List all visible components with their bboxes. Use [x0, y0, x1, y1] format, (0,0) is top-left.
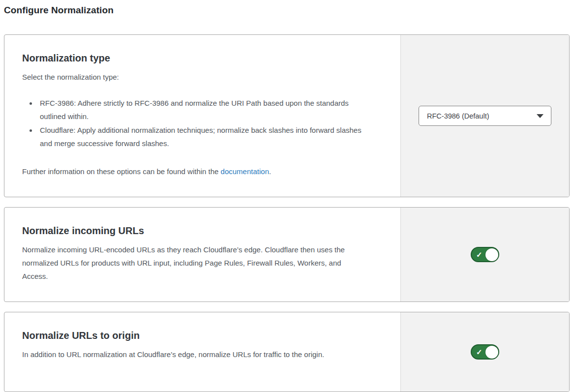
configure-normalization-page: Configure Normalization Normalization ty… — [0, 0, 574, 392]
normalize-urls-to-origin-control-panel: ✓ — [400, 312, 569, 392]
footer-text-suffix: . — [269, 167, 271, 176]
check-icon: ✓ — [476, 348, 483, 356]
list-item: Cloudflare: Apply additional normalizati… — [37, 123, 362, 150]
check-icon: ✓ — [476, 251, 483, 258]
normalization-type-options-list: RFC-3986: Adhere strictly to RFC-3986 an… — [22, 96, 381, 150]
card-normalize-urls-to-origin: Normalize URLs to origin In addition to … — [4, 312, 570, 392]
normalization-type-footer: Further information on these options can… — [22, 165, 381, 178]
chevron-down-icon — [537, 114, 544, 118]
normalization-type-heading: Normalization type — [22, 53, 381, 64]
normalize-urls-to-origin-toggle[interactable]: ✓ — [471, 344, 499, 360]
toggle-knob — [485, 346, 498, 359]
normalization-type-control-panel: RFC-3986 (Default) — [400, 35, 569, 197]
normalization-type-intro: Select the normalization type: — [22, 70, 381, 84]
footer-text-prefix: Further information on these options can… — [22, 167, 221, 176]
normalize-incoming-urls-heading: Normalize incoming URLs — [22, 225, 381, 237]
documentation-link[interactable]: documentation — [221, 167, 269, 176]
normalization-type-content: Normalization type Select the normalizat… — [4, 35, 400, 197]
normalize-incoming-urls-content: Normalize incoming URLs Normalize incomi… — [4, 208, 400, 302]
normalize-incoming-urls-toggle[interactable]: ✓ — [471, 247, 499, 262]
list-item: RFC-3986: Adhere strictly to RFC-3986 an… — [37, 96, 362, 123]
normalize-urls-to-origin-heading: Normalize URLs to origin — [22, 330, 381, 341]
normalize-incoming-urls-control-panel: ✓ — [400, 208, 569, 302]
select-selected-value: RFC-3986 (Default) — [427, 112, 489, 120]
normalize-urls-to-origin-description: In addition to URL normalization at Clou… — [22, 348, 366, 361]
normalize-urls-to-origin-content: Normalize URLs to origin In addition to … — [4, 312, 400, 392]
card-normalization-type: Normalization type Select the normalizat… — [4, 34, 570, 197]
normalize-incoming-urls-description: Normalize incoming URL-encoded URLs as t… — [22, 243, 366, 283]
card-normalize-incoming-urls: Normalize incoming URLs Normalize incomi… — [4, 207, 570, 302]
toggle-knob — [485, 248, 498, 261]
normalization-type-select[interactable]: RFC-3986 (Default) — [419, 106, 551, 126]
page-title: Configure Normalization — [4, 5, 570, 16]
